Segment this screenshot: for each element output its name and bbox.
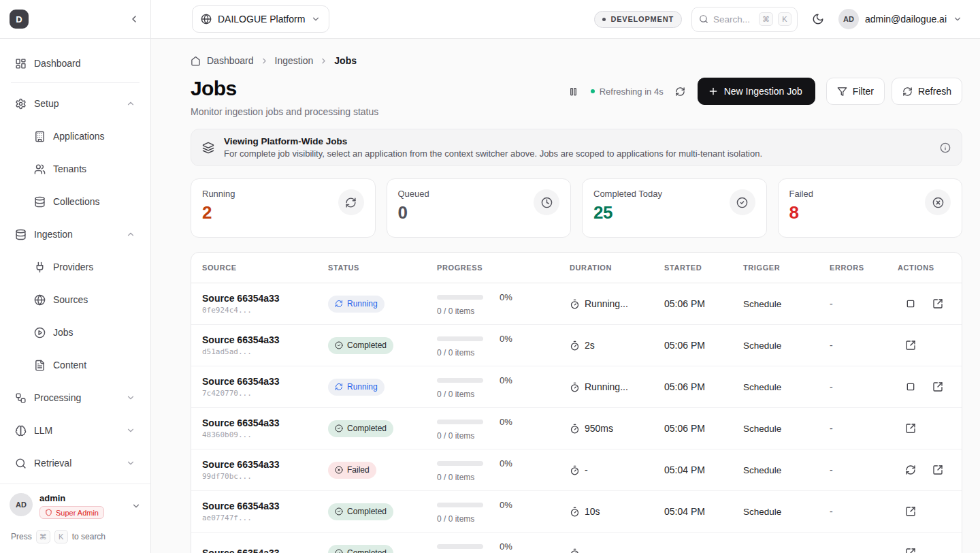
started-cell: 05:04 PM — [664, 506, 743, 517]
sidebar-item-processing[interactable]: Processing — [8, 384, 142, 411]
search-icon — [15, 458, 27, 469]
sidebar-item-collections[interactable]: Collections — [8, 188, 142, 215]
status-cell: Completed — [328, 420, 437, 437]
sidebar-item-llm[interactable]: LLM — [8, 417, 142, 444]
sidebar-item-applications[interactable]: Applications — [8, 123, 142, 150]
actions-cell — [898, 419, 962, 438]
open-job-button[interactable] — [928, 377, 947, 396]
search-input[interactable] — [713, 14, 754, 25]
status-badge: Failed — [328, 462, 376, 479]
new-ingestion-job-button[interactable]: New Ingestion Job — [698, 78, 815, 105]
chevron-right-icon — [260, 57, 269, 65]
sidebar-item-content[interactable]: Content — [8, 351, 142, 379]
x-circle-icon — [335, 466, 343, 474]
refresh-status: Refreshing in 4s — [591, 86, 664, 97]
header-main: DAILOGUE Platform DEVELOPMENT ⌘ K AD adm… — [151, 0, 980, 38]
sidebar-item-ingestion[interactable]: Ingestion — [8, 221, 142, 248]
source-name[interactable]: Source 66354a33 — [202, 334, 328, 345]
manual-refresh-icon-button[interactable] — [670, 81, 691, 101]
pause-refresh-button[interactable] — [564, 81, 584, 101]
moon-icon — [812, 13, 824, 25]
progress-items: 0 / 0 items — [437, 514, 570, 524]
refresh-button[interactable]: Refresh — [892, 78, 962, 105]
errors-cell: - — [830, 381, 898, 392]
sidebar-item-tenants[interactable]: Tenants — [8, 155, 142, 183]
check-circle-icon — [335, 341, 343, 349]
progress-items: 0 / 0 items — [437, 473, 570, 482]
sidebar-item-dashboard[interactable]: Dashboard — [8, 50, 142, 77]
stop-job-button[interactable] — [901, 377, 920, 396]
theme-toggle-button[interactable] — [807, 8, 829, 30]
duration-cell: - — [570, 464, 664, 475]
sidebar-item-setup[interactable]: Setup — [8, 90, 142, 117]
retry-job-button[interactable] — [901, 460, 920, 479]
open-job-button[interactable] — [901, 336, 920, 355]
context-switcher-button[interactable]: DAILOGUE Platform — [192, 5, 329, 33]
check-circle-icon — [736, 197, 748, 208]
open-job-button[interactable] — [901, 419, 920, 438]
breadcrumb-ingestion[interactable]: Ingestion — [275, 55, 314, 66]
source-name[interactable]: Source 66354a33 — [202, 501, 328, 511]
chevron-down-icon — [311, 14, 321, 24]
k-key: K — [778, 12, 791, 26]
sidebar-item-providers[interactable]: Providers — [8, 253, 142, 281]
source-name[interactable]: Source 66354a33 — [202, 417, 328, 428]
sidebar-item-retrieval[interactable]: Retrieval — [8, 449, 142, 477]
breadcrumb-dashboard[interactable]: Dashboard — [207, 55, 254, 66]
progress-bar — [437, 420, 483, 424]
sidebar-user-menu[interactable]: AD admin Super Admin — [0, 484, 150, 524]
external-link-icon — [932, 464, 943, 475]
trigger-cell: Schedule — [743, 382, 830, 392]
search-icon — [699, 14, 708, 24]
timer-icon — [570, 424, 580, 434]
chevron-down-icon — [126, 426, 135, 435]
progress-percent: 0% — [500, 292, 512, 302]
sidebar-item-label: Dashboard — [34, 58, 81, 69]
status-badge: Completed — [328, 503, 393, 520]
external-link-icon — [932, 298, 943, 309]
started-cell: 05:06 PM — [664, 298, 743, 309]
context-switcher-label: DAILOGUE Platform — [218, 14, 305, 25]
open-job-button[interactable] — [901, 543, 920, 553]
check-circle-icon — [335, 507, 343, 516]
open-job-button[interactable] — [928, 460, 947, 479]
database-icon — [15, 229, 27, 240]
source-name[interactable]: Source 66354a33 — [202, 376, 328, 387]
search-box[interactable]: ⌘ K — [691, 7, 798, 32]
user-menu[interactable]: AD admin@dailogue.ai — [838, 9, 962, 29]
stop-job-button[interactable] — [901, 294, 920, 313]
progress-bar — [437, 461, 483, 466]
sidebar-item-label: LLM — [34, 425, 52, 436]
sidebar-header: D — [0, 0, 151, 38]
stop-square-icon — [905, 381, 916, 392]
sidebar-item-label: Setup — [34, 98, 59, 109]
external-link-icon — [905, 423, 916, 434]
timer-icon — [570, 341, 580, 351]
source-cell: Source 66354a330fe924c4... — [202, 293, 328, 315]
sidebar-item-sources[interactable]: Sources — [8, 286, 142, 313]
source-id: d51ad5ad... — [202, 347, 328, 356]
open-job-button[interactable] — [928, 294, 947, 313]
home-icon — [191, 56, 201, 66]
source-name[interactable]: Source 66354a33 — [202, 293, 328, 304]
open-job-button[interactable] — [901, 502, 920, 521]
filter-button[interactable]: Filter — [826, 78, 885, 105]
sidebar-item-label: Applications — [53, 131, 105, 142]
info-icon[interactable] — [940, 142, 951, 153]
sidebar-collapse-button[interactable] — [129, 14, 140, 25]
progress-items: 0 / 0 items — [437, 306, 570, 316]
progress-bar — [437, 544, 483, 549]
external-link-icon — [905, 506, 916, 517]
timer-icon — [570, 548, 580, 553]
progress-bar — [437, 503, 483, 507]
errors-cell: - — [830, 464, 898, 475]
source-name[interactable]: Source 66354a33 — [202, 459, 328, 470]
chevron-down-icon — [131, 501, 141, 511]
sidebar-item-jobs[interactable]: Jobs — [8, 319, 142, 346]
progress-percent: 0% — [500, 417, 512, 427]
source-name[interactable]: Source 66354a33 — [202, 548, 328, 553]
table-row: Source 66354a337c420770...Running0%0 / 0… — [191, 366, 962, 408]
actions-cell — [898, 543, 962, 553]
clock-icon — [541, 197, 553, 208]
stat-card-failed: Failed8 — [778, 178, 963, 238]
